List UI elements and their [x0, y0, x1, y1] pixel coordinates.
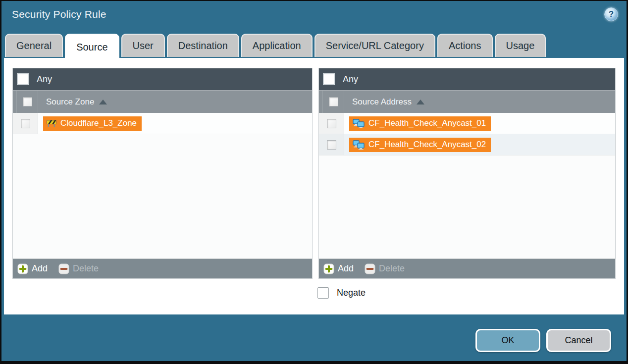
source-address-toolbar: Add Delete [319, 259, 615, 278]
security-policy-rule-dialog: Security Policy Rule ? General Source Us… [0, 0, 628, 364]
table-row: CF_Health_Check_Anycast_02 [319, 134, 615, 156]
source-address-any-label: Any [343, 74, 358, 85]
source-zone-column-header[interactable]: Source Zone [13, 90, 312, 113]
source-zone-column-title: Source Zone [46, 97, 94, 107]
add-icon [323, 263, 334, 274]
tab-general[interactable]: General [5, 34, 63, 57]
source-address-list: CF_Health_Check_Anycast_01 [319, 113, 615, 259]
tab-service-url-category[interactable]: Service/URL Category [314, 34, 435, 57]
tab-content-sheet: Any Source Zone [4, 58, 624, 314]
source-address-header-checkbox[interactable] [329, 97, 338, 106]
address-icon [353, 140, 365, 150]
delete-button[interactable]: Delete [365, 263, 405, 274]
add-icon [17, 263, 28, 274]
zone-name: Cloudflare_L3_Zone [60, 118, 137, 128]
dialog-title: Security Policy Rule [12, 8, 106, 20]
source-address-header-checkbox-cell [322, 91, 344, 113]
tab-usage[interactable]: Usage [495, 34, 546, 57]
address-tag[interactable]: CF_Health_Check_Anycast_01 [349, 116, 491, 131]
tab-application[interactable]: Application [241, 34, 313, 57]
source-zone-any-label: Any [37, 74, 52, 85]
table-row: Cloudflare_L3_Zone [13, 113, 312, 134]
zone-tag[interactable]: Cloudflare_L3_Zone [43, 116, 142, 131]
tab-user[interactable]: User [121, 34, 165, 57]
negate-label: Negate [337, 288, 366, 298]
delete-icon [365, 263, 375, 274]
cancel-button[interactable]: Cancel [546, 329, 611, 352]
add-button[interactable]: Add [323, 263, 354, 274]
sort-ascending-icon[interactable] [417, 100, 424, 104]
row-checkbox[interactable] [327, 140, 336, 150]
row-checkbox[interactable] [21, 119, 30, 128]
row-checkbox-cell [319, 134, 344, 155]
delete-button[interactable]: Delete [58, 263, 99, 274]
help-icon[interactable]: ? [604, 7, 618, 21]
source-address-column-title: Source Address [352, 97, 412, 107]
add-button[interactable]: Add [17, 263, 48, 274]
negate-row: Negate [317, 287, 366, 299]
negate-checkbox[interactable] [317, 287, 329, 299]
source-zone-any-header: Any [13, 68, 312, 90]
source-address-panel: Any Source Address [318, 68, 616, 279]
sort-ascending-icon[interactable] [99, 100, 107, 104]
source-zone-panel: Any Source Zone [12, 68, 313, 279]
source-zone-toolbar: Add Delete [13, 259, 312, 278]
source-address-column-header[interactable]: Source Address [319, 90, 615, 113]
zone-icon [47, 119, 56, 127]
tab-actions[interactable]: Actions [437, 34, 493, 57]
source-address-any-header: Any [319, 68, 615, 90]
help-glyph: ? [609, 9, 614, 19]
delete-label: Delete [73, 263, 99, 274]
source-zone-header-checkbox-cell [16, 91, 38, 113]
table-row: CF_Health_Check_Anycast_01 [319, 113, 615, 134]
source-zone-header-checkbox[interactable] [23, 97, 32, 106]
address-tag[interactable]: CF_Health_Check_Anycast_02 [349, 138, 491, 152]
address-name: CF_Health_Check_Anycast_01 [368, 118, 486, 128]
delete-icon [58, 263, 69, 274]
source-zone-any-checkbox[interactable] [17, 73, 29, 85]
row-checkbox-cell [319, 113, 344, 134]
address-icon [353, 119, 365, 128]
tab-destination[interactable]: Destination [167, 34, 239, 57]
add-label: Add [338, 263, 354, 274]
source-zone-list: Cloudflare_L3_Zone [13, 113, 312, 259]
row-checkbox-cell [13, 113, 38, 134]
add-label: Add [32, 263, 48, 274]
source-address-any-checkbox[interactable] [323, 73, 335, 85]
dialog-frame: Security Policy Rule ? General Source Us… [1, 1, 627, 361]
tab-source[interactable]: Source [65, 34, 119, 59]
delete-label: Delete [379, 263, 405, 274]
ok-button[interactable]: OK [475, 329, 540, 352]
address-name: CF_Health_Check_Anycast_02 [368, 140, 486, 150]
row-checkbox[interactable] [327, 119, 336, 128]
tab-bar: General Source User Destination Applicat… [5, 34, 546, 59]
